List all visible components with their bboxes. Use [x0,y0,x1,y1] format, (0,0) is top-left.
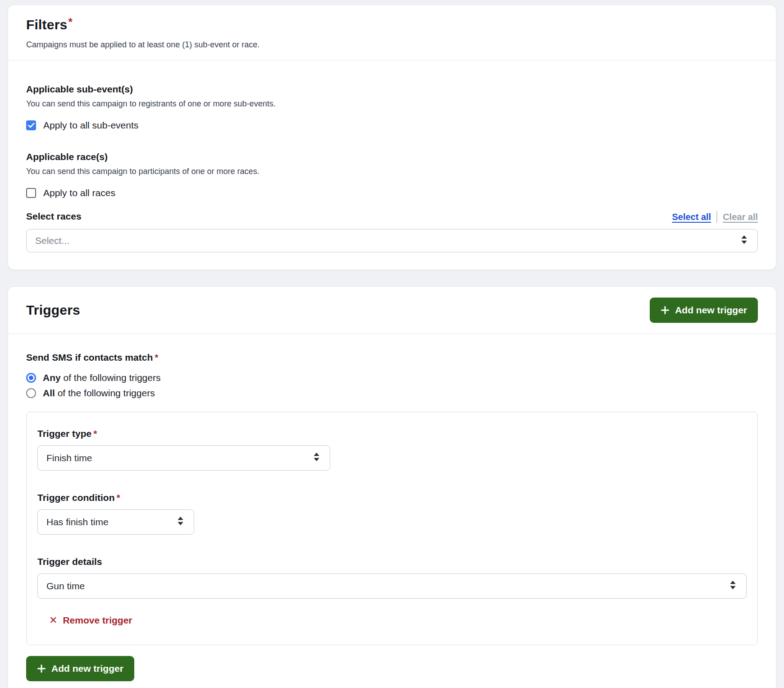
add-new-trigger-button-bottom[interactable]: Add new trigger [26,656,134,681]
plus-icon [661,306,670,315]
races-heading: Applicable race(s) [26,151,758,163]
filters-required-asterisk: * [68,16,73,28]
check-icon [28,123,35,128]
trigger-type-label: Trigger type* [37,427,747,440]
send-sms-required-asterisk: * [155,352,158,362]
send-sms-match-text: Send SMS if contacts match [26,352,153,362]
remove-x-icon: ✕ [49,614,57,627]
plus-icon [37,664,46,673]
select-races-placeholder: Select... [35,235,69,246]
filters-card: Filters* Campaigns must be applied to at… [8,5,776,270]
add-new-trigger-button-top[interactable]: Add new trigger [650,298,758,323]
chevron-up-down-icon [313,452,320,464]
chevron-up-down-icon [729,580,736,592]
send-sms-match-label: Send SMS if contacts match* [26,351,758,364]
triggers-card: Triggers Add new trigger Send SMS if con… [8,286,776,688]
radio-all-rest: of the following triggers [55,388,155,398]
remove-trigger-label: Remove trigger [63,614,132,627]
trigger-type-label-text: Trigger type [37,428,91,439]
trigger-item-box: Trigger type* Finish time Trigger condit… [26,412,758,645]
triggers-title: Triggers [26,302,80,318]
radio-any[interactable] [26,373,36,383]
chevron-up-down-icon [741,235,748,247]
clear-all-link[interactable]: Clear all [723,212,758,222]
trigger-type-value: Finish time [46,453,92,463]
sub-events-description: You can send this campaign to registrant… [26,98,758,109]
radio-any-rest: of the following triggers [61,372,161,383]
filters-card-body: Applicable sub-event(s) You can send thi… [8,60,776,270]
trigger-type-asterisk: * [93,428,97,439]
trigger-condition-asterisk: * [117,492,120,503]
links-separator [716,211,717,223]
trigger-condition-label-text: Trigger condition [37,492,115,503]
chevron-up-down-icon [177,516,184,528]
sub-events-heading: Applicable sub-event(s) [26,83,758,96]
trigger-details-label: Trigger details [37,555,747,568]
trigger-details-value: Gun time [46,581,85,592]
trigger-condition-value: Has finish time [46,517,109,527]
add-new-trigger-bottom-label: Add new trigger [51,663,123,674]
races-description: You can send this campaign to participan… [26,166,758,177]
radio-row-all[interactable]: All of the following triggers [26,385,758,401]
radio-all-label[interactable]: All of the following triggers [43,388,155,399]
select-all-link[interactable]: Select all [672,212,711,222]
apply-all-races-row[interactable]: Apply to all races [26,187,758,199]
trigger-condition-label: Trigger condition* [37,491,747,504]
radio-any-label[interactable]: Any of the following triggers [43,372,160,383]
trigger-condition-select[interactable]: Has finish time [37,509,194,535]
select-races-label: Select races [26,210,82,223]
apply-all-sub-events-checkbox[interactable] [26,120,36,130]
radio-all-bold: All [43,388,55,398]
add-new-trigger-top-label: Add new trigger [675,305,747,316]
apply-all-sub-events-row[interactable]: Apply to all sub-events [26,119,758,132]
select-races-links: Select all Clear all [672,211,758,223]
page: Filters* Campaigns must be applied to at… [0,0,784,688]
apply-all-races-checkbox[interactable] [26,188,36,198]
radio-all[interactable] [26,388,36,398]
select-races-header-row: Select races Select all Clear all [26,210,758,223]
filters-title-text: Filters [26,17,67,32]
radio-any-bold: Any [43,372,61,383]
apply-all-sub-events-label[interactable]: Apply to all sub-events [43,119,138,132]
radio-row-any[interactable]: Any of the following triggers [26,370,758,385]
trigger-details-select[interactable]: Gun time [37,573,747,599]
triggers-card-header: Triggers Add new trigger [8,287,776,334]
triggers-card-body: Send SMS if contacts match* Any of the f… [8,334,776,688]
select-races-dropdown[interactable]: Select... [26,229,758,252]
filters-card-header: Filters* Campaigns must be applied to at… [8,5,776,60]
apply-all-races-label[interactable]: Apply to all races [43,187,115,199]
filters-title: Filters* [26,17,758,34]
match-radio-group: Any of the following triggers All of the… [26,370,758,401]
filters-subtitle: Campaigns must be applied to at least on… [26,39,758,50]
trigger-type-select[interactable]: Finish time [37,445,330,471]
remove-trigger-button[interactable]: ✕ Remove trigger [49,614,132,627]
